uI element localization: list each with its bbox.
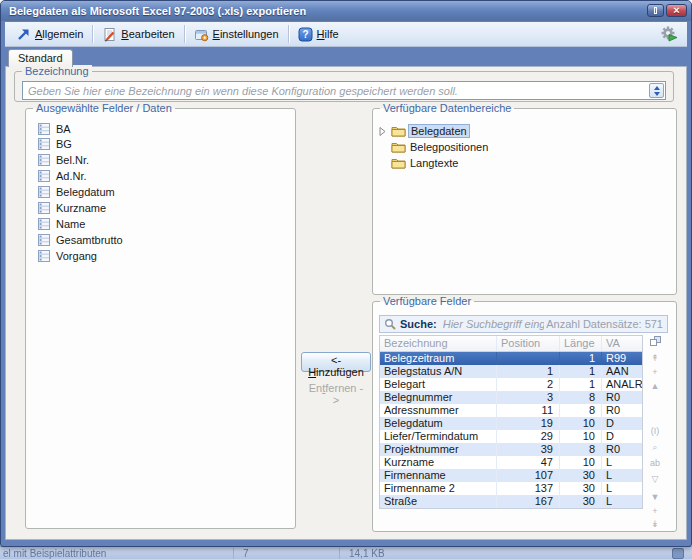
execute-export-button[interactable] <box>658 23 680 45</box>
group-selected-fields-label: Ausgewählte Felder / Daten <box>33 102 175 115</box>
table-row[interactable]: Belegzeitraum 1 R99 <box>380 352 642 365</box>
cell-bezeichnung: Belegart <box>380 378 497 391</box>
scroll-to-top-icon[interactable]: ↟ <box>646 352 664 364</box>
table-field-icon <box>38 154 50 166</box>
table-field-icon <box>38 218 50 230</box>
search-icon <box>384 318 396 330</box>
cell-bezeichnung: Adressnummer <box>380 404 497 417</box>
table-row[interactable]: Projektnummer 39 8 R0 <box>380 443 642 456</box>
column-header-bezeichnung[interactable]: Bezeichnung <box>380 336 497 351</box>
group-data-areas: Verfügbare Datenbereiche Belegdaten Bele… <box>372 108 677 295</box>
table-row[interactable]: Straße 167 30 L <box>380 495 642 508</box>
selected-field-item[interactable]: Belegdatum <box>38 184 115 199</box>
group-data-areas-label: Verfügbare Datenbereiche <box>380 102 514 115</box>
table-row[interactable]: Belegnummer 3 8 R0 <box>380 391 642 404</box>
table-row[interactable]: Belegart 2 1 ANALRGI <box>380 378 642 391</box>
toolbar-button-allgemein[interactable]: Allgemein <box>10 25 89 44</box>
bezeichnung-spinner[interactable] <box>649 83 664 98</box>
cell-bezeichnung: Belegstatus A/N <box>380 365 497 378</box>
cell-laenge: 30 <box>560 482 602 495</box>
restore-icon <box>654 7 657 14</box>
close-button[interactable]: × <box>666 4 687 17</box>
cell-position: 29 <box>497 430 560 443</box>
parentheses-icon[interactable]: (I) <box>646 425 664 437</box>
text-search-icon[interactable]: ab <box>646 457 664 469</box>
selected-field-item[interactable]: BA <box>38 121 71 136</box>
svg-text:?: ? <box>302 29 308 40</box>
selected-field-item[interactable]: Vorgang <box>38 248 97 263</box>
tree-item-belegpositionen[interactable]: Belegpositionen <box>391 139 488 154</box>
cell-bezeichnung: Belegzeitraum <box>380 352 497 365</box>
gear-run-icon <box>659 24 679 44</box>
group-selected-fields: Ausgewählte Felder / Daten BA BG Bel.Nr.… <box>25 108 296 529</box>
settings-panel-icon <box>194 27 209 42</box>
cell-laenge: 1 <box>560 378 602 391</box>
next-row-icon[interactable]: ▼ <box>646 491 664 503</box>
table-row[interactable]: Adressnummer 11 8 R0 <box>380 404 642 417</box>
table-row[interactable]: Kurzname 47 10 L <box>380 456 642 469</box>
previous-row-icon[interactable]: ▲ <box>646 380 664 392</box>
column-header-laenge[interactable]: Länge <box>560 336 602 351</box>
spin-down-icon <box>654 92 660 96</box>
scroll-to-bottom-icon[interactable]: ↡ <box>646 518 664 530</box>
table-row[interactable]: Belegdatum 19 10 D <box>380 417 642 430</box>
selected-field-item[interactable]: BG <box>38 136 72 151</box>
cell-laenge: 8 <box>560 404 602 417</box>
folder-icon <box>391 157 406 169</box>
add-button[interactable]: <- Hinzufügen <box>301 352 371 372</box>
table-row[interactable]: Firmenname 107 30 L <box>380 469 642 482</box>
move-up-icon[interactable]: + <box>646 366 664 378</box>
toolbar-button-hilfe[interactable]: ? Hilfe <box>292 25 345 44</box>
tree-item-label: Langtexte <box>410 157 458 169</box>
fields-table: Bezeichnung Position Länge VA Belegzeitr… <box>379 335 643 509</box>
cell-va: AAN <box>602 365 642 378</box>
toolbar-button-bearbeiten[interactable]: Bearbeiten <box>96 25 180 44</box>
cell-position: 39 <box>497 443 560 456</box>
tab-standard[interactable]: Standard <box>8 49 73 67</box>
cell-position: 107 <box>497 469 560 482</box>
find-icon[interactable]: ⌕ <box>646 441 664 453</box>
edit-page-icon <box>102 27 117 42</box>
column-header-position[interactable]: Position <box>497 336 560 351</box>
column-header-va[interactable]: VA <box>602 336 642 351</box>
bezeichnung-input[interactable] <box>22 81 666 100</box>
tree-item-belegdaten[interactable]: Belegdaten <box>391 123 470 138</box>
cell-bezeichnung: Belegnummer <box>380 391 497 404</box>
folder-icon <box>391 125 406 137</box>
cell-va: ANALRGI <box>602 378 642 391</box>
cell-va: D <box>602 417 642 430</box>
column-chooser-icon[interactable] <box>646 335 664 351</box>
selected-field-item[interactable]: Bel.Nr. <box>38 152 89 167</box>
tab-page-standard: Bezeichnung Ausgewählte Felder / Daten B… <box>5 66 687 540</box>
filter-icon[interactable]: ▽ <box>646 473 664 485</box>
selected-field-item[interactable]: Gesamtbrutto <box>38 232 123 247</box>
table-row[interactable]: Liefer/Termindatum 29 10 D <box>380 430 642 443</box>
close-icon: × <box>673 5 679 16</box>
selected-field-item[interactable]: Ad.Nr. <box>38 168 87 183</box>
table-field-icon <box>38 250 50 262</box>
toolbar-button-einstellungen[interactable]: Einstellungen <box>188 25 285 44</box>
table-row[interactable]: Firmenname 2 137 30 L <box>380 482 642 495</box>
cell-position: 137 <box>497 482 560 495</box>
cell-laenge: 1 <box>560 352 602 365</box>
table-row[interactable]: Belegstatus A/N 1 1 AAN <box>380 365 642 378</box>
cell-bezeichnung: Firmenname 2 <box>380 482 497 495</box>
tree-item-langtexte[interactable]: Langtexte <box>391 155 458 170</box>
remove-button[interactable]: Entfernen -> <box>301 381 371 407</box>
tree-expander-icon[interactable] <box>378 126 387 139</box>
restore-button[interactable] <box>647 4 664 17</box>
selected-field-item[interactable]: Kurzname <box>38 200 106 215</box>
cell-bezeichnung: Straße <box>380 495 497 508</box>
search-input[interactable] <box>441 317 547 331</box>
toolbar: Allgemein Bearbeiten Einstellungen ? <box>5 22 687 47</box>
toolbar-separator <box>184 25 185 43</box>
table-field-icon <box>38 202 50 214</box>
toolbar-button-label: Hilfe <box>317 28 339 40</box>
folder-icon <box>391 141 406 153</box>
cell-va: R99 <box>602 352 642 365</box>
group-available-fields-label: Verfügbare Felder <box>380 295 474 308</box>
cell-laenge: 30 <box>560 469 602 482</box>
move-down-icon[interactable]: + <box>646 505 664 517</box>
cell-va: R0 <box>602 404 642 417</box>
selected-field-item[interactable]: Name <box>38 216 85 231</box>
